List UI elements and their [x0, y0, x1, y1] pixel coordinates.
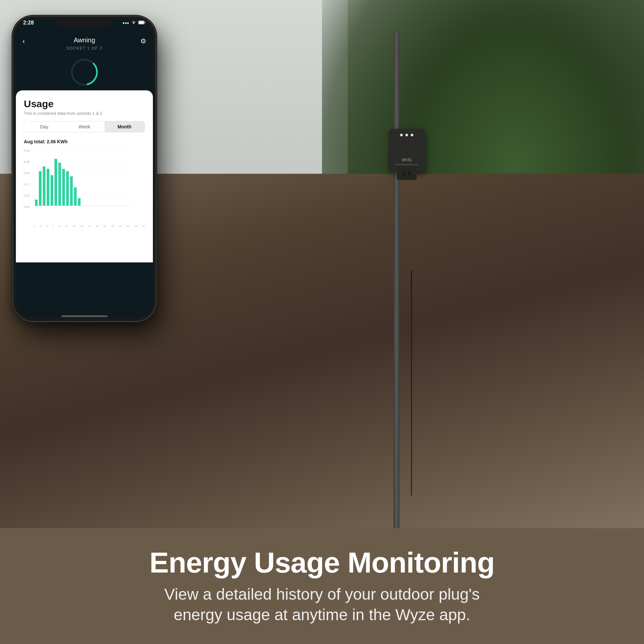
usage-title: Usage — [24, 98, 145, 110]
device-leds — [400, 134, 413, 136]
x-label-15: 15 — [80, 225, 83, 228]
led-2 — [405, 134, 408, 136]
svg-rect-11 — [35, 200, 38, 206]
y-label-0: 0.44 — [24, 149, 34, 152]
phone-mockup: 2:28 ●●● — [13, 17, 156, 321]
x-label-9: 9 — [59, 225, 60, 228]
led-1 — [400, 134, 403, 136]
x-label-7: 7 — [52, 225, 54, 228]
x-label-13: 13 — [72, 225, 75, 228]
app-title: Awning — [23, 36, 146, 44]
svg-rect-17 — [58, 163, 61, 206]
x-label-1: 1 — [34, 225, 35, 228]
outlet-socket — [397, 167, 417, 180]
wyze-logo-bar — [395, 164, 418, 165]
y-label-4: 0.09 — [24, 194, 34, 197]
phone-screen: ‹ Awning SOCKET 1 OF 2 ⚙ Usage This is c… — [16, 20, 153, 318]
tab-month[interactable]: Month — [105, 121, 145, 132]
svg-rect-21 — [74, 187, 76, 206]
bar-chart-svg — [34, 149, 130, 208]
chart-total-label: Aug total: 2.06 KWh — [24, 139, 145, 144]
wifi-icon — [131, 21, 136, 25]
x-label-31: 31 — [142, 225, 145, 228]
y-label-3: 0.17 — [24, 183, 34, 186]
signal-icon: ●●● — [122, 21, 129, 25]
svg-rect-22 — [78, 198, 80, 206]
svg-rect-15 — [51, 175, 53, 206]
svg-rect-2 — [145, 22, 145, 23]
back-button[interactable]: ‹ — [23, 37, 25, 46]
power-cable — [411, 270, 412, 496]
x-label-5: 5 — [46, 225, 48, 228]
y-label-5: 0.00 — [24, 205, 34, 208]
wyze-device: WYZE — [389, 129, 425, 172]
y-label-2: 0.26 — [24, 171, 34, 175]
circle-indicator-area — [16, 57, 153, 90]
wyze-logo-text: WYZE — [402, 158, 412, 162]
settings-button[interactable]: ⚙ — [140, 37, 146, 45]
usage-description: This is combined data from sockets 1 & 2 — [24, 111, 145, 116]
tab-day[interactable]: Day — [24, 121, 64, 132]
x-axis-labels: 1 3 5 7 9 11 13 15 17 19 21 23 25 27 — [34, 225, 145, 228]
pole — [393, 32, 399, 534]
svg-rect-14 — [47, 169, 49, 206]
arc-chart — [69, 57, 99, 87]
tab-bar: Day Week Month — [24, 121, 145, 132]
battery-icon — [138, 21, 146, 25]
x-label-21: 21 — [104, 225, 107, 228]
svg-rect-13 — [43, 166, 45, 206]
x-label-27: 27 — [126, 225, 129, 228]
usage-card: Usage This is combined data from sockets… — [16, 90, 153, 262]
socket-pin-1 — [403, 171, 405, 175]
svg-rect-18 — [62, 169, 65, 206]
status-icons: ●●● — [122, 21, 146, 25]
x-label-17: 17 — [88, 225, 91, 228]
x-label-3: 3 — [40, 225, 41, 228]
svg-rect-20 — [70, 176, 73, 206]
phone-notch — [58, 17, 111, 28]
y-axis-labels: 0.44 0.35 0.26 0.17 0.09 0.00 — [24, 149, 34, 208]
phone-body: 2:28 ●●● — [13, 17, 156, 321]
svg-rect-1 — [139, 21, 144, 24]
x-label-19: 19 — [96, 225, 99, 228]
x-label-11: 11 — [65, 225, 68, 228]
y-label-1: 0.35 — [24, 160, 34, 163]
svg-rect-12 — [39, 171, 41, 206]
svg-rect-16 — [55, 159, 57, 206]
banner-title: Energy Usage Monitoring — [150, 547, 495, 579]
x-label-25: 25 — [119, 225, 122, 228]
bottom-banner: Energy Usage Monitoring View a detailed … — [0, 528, 644, 644]
status-time: 2:28 — [23, 20, 34, 26]
banner-subtitle: View a detailed history of your outdoor … — [164, 584, 480, 625]
socket-pin-2 — [408, 171, 411, 175]
bar-chart: 0.44 0.35 0.26 0.17 0.09 0.00 — [24, 149, 145, 222]
x-label-23: 23 — [111, 225, 114, 228]
tab-week[interactable]: Week — [64, 121, 104, 132]
home-indicator — [61, 315, 108, 317]
led-3 — [411, 134, 413, 136]
x-label-29: 29 — [134, 225, 137, 228]
socket-label: SOCKET 1 OF 2 — [23, 46, 146, 51]
svg-rect-19 — [66, 171, 69, 206]
